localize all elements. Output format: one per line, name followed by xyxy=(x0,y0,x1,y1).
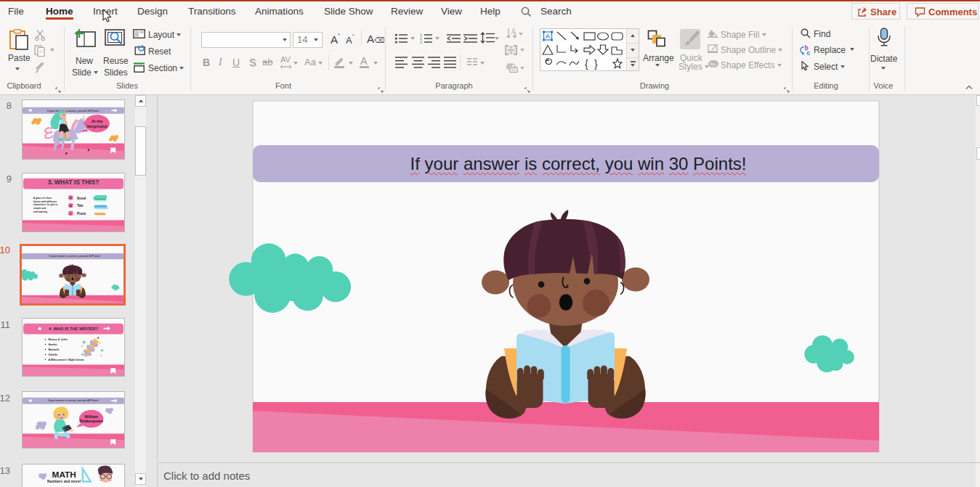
svg-text:fiction with different: fiction with different xyxy=(33,200,57,203)
svg-text:Tale: Tale xyxy=(77,204,84,208)
svg-text:entertaining: entertaining xyxy=(33,210,47,213)
svg-text:MATH: MATH xyxy=(52,470,76,479)
svg-text:}: } xyxy=(594,58,598,70)
svg-text:If your answer is correct, you: If your answer is correct, you win 40 Po… xyxy=(48,399,99,402)
svg-text:A: A xyxy=(70,196,72,200)
svg-text:B: B xyxy=(70,204,72,208)
svg-text:If your answer is correct, you: If your answer is correct, you win 30 Po… xyxy=(47,110,100,112)
svg-text:Hamlet: Hamlet xyxy=(48,343,57,346)
svg-text:simple and: simple and xyxy=(33,207,46,210)
svg-text:A glass of short: A glass of short xyxy=(33,197,52,200)
svg-text:C: C xyxy=(70,212,72,216)
svg-text:Romeo & Juliet: Romeo & Juliet xyxy=(48,338,68,341)
svg-text:fairground: fairground xyxy=(87,124,108,128)
svg-text:Poem: Poem xyxy=(77,212,86,216)
svg-text:3: 3 xyxy=(420,40,422,44)
svg-text:A Midsummer's Night Dream: A Midsummer's Night Dream xyxy=(48,359,84,361)
svg-text:Macbeth: Macbeth xyxy=(48,348,59,351)
svg-text:A: A xyxy=(511,28,517,36)
svg-text:Novel: Novel xyxy=(77,197,86,200)
svg-text:{: { xyxy=(585,58,588,70)
svg-text:A: A xyxy=(546,32,551,40)
svg-text:4. WHO IS THE WRITER?: 4. WHO IS THE WRITER? xyxy=(49,327,98,331)
svg-text:3. WHAT IS THIS?: 3. WHAT IS THIS? xyxy=(48,179,100,186)
svg-text:William: William xyxy=(84,414,98,419)
svg-text:Shakespeare: Shakespeare xyxy=(79,419,103,423)
svg-text:c: c xyxy=(807,49,811,56)
svg-text:At the: At the xyxy=(92,119,103,123)
svg-text:Numbers and more!: Numbers and more! xyxy=(47,480,81,483)
svg-text:characters. Its plot is: characters. Its plot is xyxy=(33,204,58,207)
svg-text:Othello: Othello xyxy=(48,353,57,356)
svg-text:If your answer is correct, you: If your answer is correct, you win 30 Po… xyxy=(49,255,100,258)
